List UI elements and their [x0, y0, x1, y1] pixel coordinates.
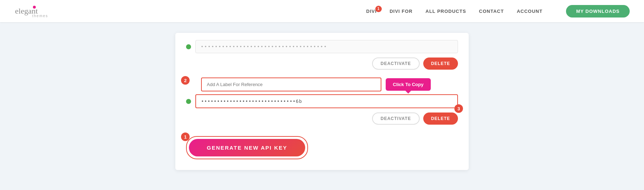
api-key-row-2: 3: [186, 94, 458, 108]
nav-item-contact[interactable]: CONTACT: [479, 9, 504, 14]
api-key-input-1[interactable]: [195, 40, 458, 53]
api-key-input-2[interactable]: [195, 94, 458, 108]
click-to-copy-button[interactable]: Click To Copy: [386, 78, 431, 91]
main-content: DEACTIVATE DELETE 2 Click To Copy: [0, 22, 644, 181]
active-indicator-1: [186, 44, 191, 49]
label-input[interactable]: [201, 78, 381, 91]
svg-text:themes: themes: [32, 14, 48, 18]
nav-item-divi-for[interactable]: DIVI FOR: [390, 9, 413, 14]
active-indicator-2: [186, 99, 191, 104]
api-key-section-2: 2 Click To Copy 3: [186, 78, 458, 108]
logo-svg: elegant themes: [14, 4, 54, 19]
deactivate-button-1[interactable]: DEACTIVATE: [372, 58, 420, 70]
api-keys-card: DEACTIVATE DELETE 2 Click To Copy: [175, 33, 469, 170]
generate-wrapper: GENERATE NEW API KEY: [186, 136, 308, 159]
divi-badge: 1: [375, 6, 382, 12]
site-header: elegant themes DIVI 1 DIVI FOR ALL PRODU…: [0, 0, 644, 22]
generate-api-key-button[interactable]: GENERATE NEW API KEY: [189, 139, 305, 156]
generate-section: 1 GENERATE NEW API KEY: [186, 136, 308, 159]
api-key-row-1: [186, 40, 458, 53]
delete-button-2[interactable]: DELETE: [423, 112, 458, 125]
nav-item-divi[interactable]: DIVI 1: [366, 9, 377, 14]
delete-button-1[interactable]: DELETE: [423, 58, 458, 70]
label-input-wrapper: [201, 78, 381, 91]
svg-point-1: [33, 6, 36, 9]
action-buttons-2: DEACTIVATE DELETE: [186, 112, 458, 125]
step-badge-3: 3: [454, 104, 463, 113]
action-buttons-1: DEACTIVATE DELETE: [186, 58, 458, 70]
label-row: 2 Click To Copy: [186, 78, 458, 91]
main-nav: DIVI 1 DIVI FOR ALL PRODUCTS CONTACT ACC…: [366, 5, 630, 18]
step-badge-1: 1: [181, 132, 190, 141]
step-badge-2: 2: [181, 76, 190, 85]
deactivate-button-2[interactable]: DEACTIVATE: [372, 112, 420, 125]
logo: elegant themes: [14, 4, 54, 19]
nav-item-all-products[interactable]: ALL PRODUCTS: [425, 9, 466, 14]
nav-item-account[interactable]: ACCOUNT: [517, 9, 542, 14]
my-downloads-button[interactable]: MY DOWNLOADS: [566, 5, 630, 18]
